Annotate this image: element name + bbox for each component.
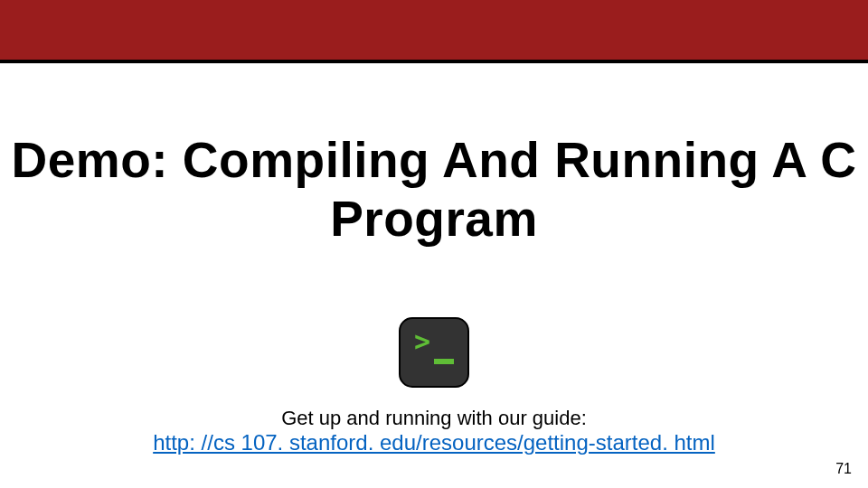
svg-rect-2 [434,359,454,364]
header-bar [0,0,868,63]
svg-text:>: > [414,325,430,357]
subtitle: Get up and running with our guide: [0,407,868,430]
guide-link[interactable]: http: //cs 107. stanford. edu/resources/… [153,430,715,455]
svg-rect-0 [400,318,468,387]
slide: Demo: Compiling And Running A C Program … [0,0,868,488]
slide-title: Demo: Compiling And Running A C Program [0,131,868,249]
page-number: 71 [835,461,852,477]
terminal-icon: > [398,316,470,392]
bottom-text-block: Get up and running with our guide: http:… [0,407,868,455]
